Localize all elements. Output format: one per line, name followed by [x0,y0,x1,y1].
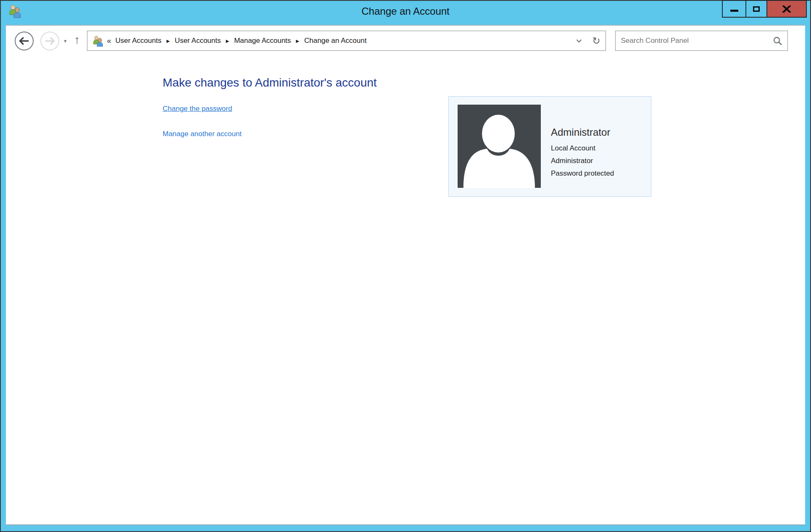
recent-pages-chevron-icon[interactable]: ▾ [64,38,67,44]
search-input[interactable] [621,37,773,45]
change-password-link[interactable]: Change the password [163,105,232,113]
breadcrumb-separator-icon[interactable]: ▶ [166,39,170,43]
refresh-icon[interactable]: ↻ [592,36,600,46]
search-icon[interactable] [773,37,782,45]
window: Change an Account [0,0,811,532]
breadcrumb-separator-icon[interactable]: ▶ [226,39,229,43]
breadcrumb-separator-icon[interactable]: ▶ [296,39,299,43]
breadcrumb-item-user-accounts-1[interactable]: User Accounts [116,37,162,45]
account-password-detail: Password protected [551,167,614,180]
account-info: Administrator Local Account Administrato… [551,105,614,196]
address-dropdown-chevron-icon[interactable] [576,39,582,43]
back-button[interactable] [14,31,34,51]
up-button[interactable]: ↑ [74,33,80,47]
breadcrumb-item-user-accounts-2[interactable]: User Accounts [175,37,221,45]
maximize-icon [753,6,760,12]
breadcrumb-overflow-chevron[interactable]: « [107,37,111,45]
breadcrumb-item-manage-accounts[interactable]: Manage Accounts [234,37,291,45]
forward-button[interactable] [40,31,60,51]
page-body: Make changes to Administrator's account … [6,56,805,138]
manage-another-account-link[interactable]: Manage another account [163,130,242,138]
page-title: Make changes to Administrator's account [163,76,805,90]
avatar [458,105,541,188]
close-icon [782,5,791,13]
content-area: ▾ ↑ « User Accounts ▶ User Accounts ▶ Ma… [6,25,805,525]
window-title: Change an Account [1,1,810,22]
account-name: Administrator [551,126,614,138]
window-controls [722,0,807,18]
account-role-detail: Administrator [551,155,614,167]
search-box[interactable] [615,31,788,51]
minimize-button[interactable] [722,0,746,18]
minimize-icon [730,10,738,12]
breadcrumb-item-change-an-account[interactable]: Change an Account [304,37,366,45]
maximize-button[interactable] [746,0,767,18]
user-silhouette-icon [458,105,541,188]
titlebar: Change an Account [1,1,810,25]
navigation-bar: ▾ ↑ « User Accounts ▶ User Accounts ▶ Ma… [6,26,805,56]
breadcrumb-location-icon [92,35,104,47]
user-account-tile[interactable]: Administrator Local Account Administrato… [448,96,651,197]
account-type-detail: Local Account [551,142,614,155]
close-button[interactable] [767,0,807,18]
address-bar[interactable]: « User Accounts ▶ User Accounts ▶ Manage… [87,31,606,51]
